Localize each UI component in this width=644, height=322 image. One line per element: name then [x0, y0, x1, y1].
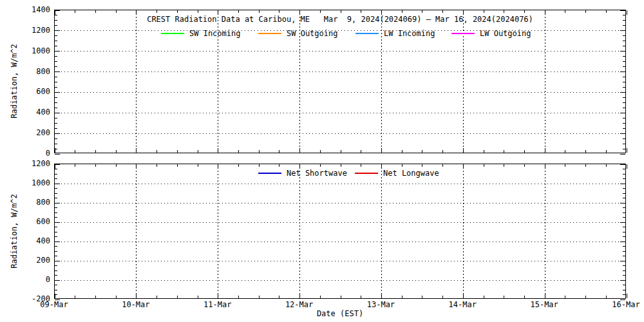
gridline-horizontal: [55, 51, 625, 52]
x-tick-label: 12-Mar: [274, 300, 325, 309]
tick-mark: [606, 150, 607, 153]
tick-mark: [177, 10, 178, 13]
tick-mark: [177, 150, 178, 153]
y-tick-label: 400: [22, 108, 50, 117]
gridline-horizontal: [55, 203, 625, 204]
tick-mark: [623, 102, 625, 103]
tick-mark: [156, 296, 157, 298]
gridline-vertical: [218, 164, 218, 298]
tick-mark: [55, 198, 57, 198]
tick-mark: [55, 164, 60, 165]
tick-mark: [75, 10, 75, 13]
tick-mark: [524, 164, 525, 167]
tick-mark: [623, 41, 625, 41]
tick-mark: [55, 138, 57, 139]
legend-item-sw-incoming: SW Incoming: [161, 29, 240, 38]
gridline-horizontal: [55, 184, 625, 184]
legend-item-lw-incoming: LW Incoming: [355, 29, 435, 38]
tick-mark: [55, 35, 57, 36]
tick-mark: [623, 178, 625, 179]
tick-mark: [623, 232, 625, 232]
tick-mark: [55, 56, 57, 57]
legend-label: SW Outgoing: [287, 29, 337, 38]
x-tick-label: 10-Mar: [110, 300, 162, 309]
tick-mark: [361, 150, 361, 153]
tick-mark: [623, 290, 625, 290]
legend-label: LW Incoming: [384, 29, 435, 38]
tick-mark: [55, 294, 57, 295]
tick-mark: [623, 56, 625, 57]
gridline-horizontal: [55, 222, 625, 223]
tick-mark: [55, 227, 57, 227]
tick-mark: [259, 150, 260, 153]
tick-mark: [156, 150, 157, 153]
top-radiation-panel: CREST Radiation Data at Caribou, ME Mar …: [54, 10, 626, 153]
tick-mark: [55, 169, 57, 169]
tick-mark: [442, 150, 443, 153]
tick-mark: [259, 10, 260, 13]
tick-mark: [238, 150, 239, 153]
tick-mark: [177, 164, 178, 167]
tick-mark: [279, 150, 279, 153]
tick-mark: [623, 270, 625, 271]
tick-mark: [623, 97, 625, 98]
tick-mark: [402, 164, 402, 167]
legend-item-lw-outgoing: LW Outgoing: [451, 29, 531, 38]
tick-mark: [623, 144, 625, 144]
x-tick-label: 14-Mar: [437, 300, 488, 309]
tick-mark: [422, 296, 422, 298]
tick-mark: [627, 294, 627, 298]
tick-mark: [484, 10, 484, 13]
tick-mark: [623, 87, 625, 88]
tick-mark: [55, 25, 57, 26]
legend-item-sw-outgoing: SW Outgoing: [258, 29, 337, 38]
tick-mark: [55, 217, 57, 218]
tick-mark: [623, 149, 625, 149]
tick-mark: [55, 41, 57, 41]
tick-mark: [361, 296, 361, 298]
tick-mark: [623, 193, 625, 194]
legend-line-lw-outgoing: [451, 33, 475, 34]
tick-mark: [55, 251, 57, 252]
chart-title: CREST Radiation Data at Caribou, ME Mar …: [55, 15, 625, 24]
tick-mark: [623, 217, 625, 218]
gridline-horizontal: [55, 242, 625, 242]
y-tick-label: 1400: [22, 5, 50, 14]
x-tick-label: 11-Mar: [192, 300, 243, 309]
tick-mark: [627, 164, 627, 169]
tick-mark: [623, 207, 625, 208]
y-tick-label: 0: [22, 275, 50, 284]
tick-mark: [442, 164, 443, 167]
tick-mark: [402, 296, 402, 298]
tick-mark: [55, 270, 57, 271]
tick-mark: [320, 150, 321, 153]
y-tick-label: 600: [22, 87, 50, 96]
radiation-chart-figure: CREST Radiation Data at Caribou, ME Mar …: [0, 0, 644, 322]
tick-mark: [623, 123, 625, 124]
gridline-vertical: [136, 164, 137, 298]
tick-mark: [504, 296, 504, 298]
tick-mark: [623, 275, 625, 276]
y-tick-label: 1000: [22, 178, 50, 187]
gridline-horizontal: [55, 71, 625, 72]
tick-mark: [198, 164, 198, 167]
tick-mark: [623, 25, 625, 26]
tick-mark: [55, 10, 55, 15]
tick-mark: [55, 265, 57, 266]
tick-mark: [422, 10, 422, 13]
tick-mark: [504, 150, 504, 153]
tick-mark: [55, 108, 57, 108]
y-tick-label: 400: [22, 236, 50, 245]
tick-mark: [55, 232, 57, 232]
tick-mark: [259, 164, 260, 167]
tick-mark: [116, 10, 117, 13]
tick-mark: [198, 296, 198, 298]
tick-mark: [623, 294, 625, 295]
tick-mark: [524, 150, 525, 153]
tick-mark: [565, 164, 565, 167]
tick-mark: [198, 10, 198, 13]
x-tick-label: 16-Mar: [600, 300, 644, 309]
tick-mark: [55, 82, 57, 82]
tick-mark: [55, 15, 57, 15]
tick-mark: [623, 265, 625, 266]
